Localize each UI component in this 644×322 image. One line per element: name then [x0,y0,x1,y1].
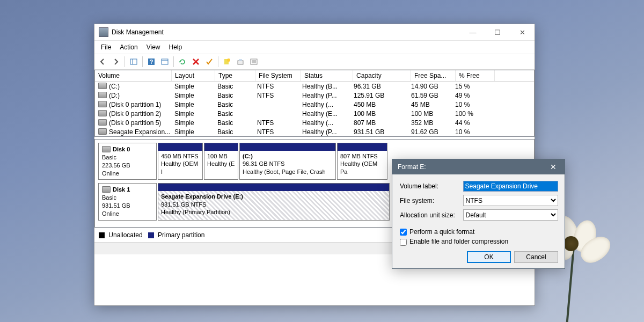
col-layout[interactable]: Layout [172,70,215,81]
drive-icon [98,110,107,116]
titlebar[interactable]: Disk Management — ☐ ✕ [94,24,535,41]
partition[interactable]: Seagate Expansion Drive (E:)931.51 GB NT… [158,183,390,220]
quick-format-label: Perform a quick format [409,228,474,236]
col-free-space[interactable]: Free Spa... [411,70,456,81]
table-row[interactable]: (Disk 0 partition 2)SimpleBasicHealthy (… [95,109,534,118]
legend-swatch-unallocated [99,232,105,238]
check-icon[interactable] [203,56,215,68]
minimize-button[interactable]: — [460,24,485,40]
svg-rect-0 [130,59,137,64]
drive-icon [98,119,107,126]
file-system-label: File system: [400,197,463,204]
menubar: File Action View Help [94,41,535,54]
legend-primary: Primary partition [158,231,204,239]
volume-list[interactable]: Volume Layout Type File System Status Ca… [94,70,535,137]
col-status[interactable]: Status [301,70,353,81]
view-icon[interactable] [159,56,171,68]
table-row[interactable]: (C:)SimpleBasicNTFSHealthy (B...96.31 GB… [95,82,534,91]
menu-view[interactable]: View [142,42,165,52]
table-row[interactable]: (Disk 0 partition 1)SimpleBasicHealthy (… [95,100,534,109]
partition[interactable]: (C:)96.31 GB NTFSHealthy (Boot, Page Fil… [239,143,336,180]
window-title: Disk Management [112,28,460,36]
table-row[interactable]: (Disk 0 partition 5)SimpleBasicNTFSHealt… [95,118,534,127]
cancel-button[interactable]: Cancel [514,251,558,263]
col-type[interactable]: Type [215,70,255,81]
compression-label: Enable file and folder compression [409,238,508,245]
col-percent-free[interactable]: % Free [456,70,495,81]
svg-rect-8 [238,61,243,64]
help-icon[interactable]: ? [145,56,157,68]
new-icon[interactable] [221,56,233,68]
drive-icon [98,83,107,89]
partition[interactable]: 807 MB NTFSHealthy (OEM Pa [337,143,387,180]
forward-button[interactable] [110,56,122,68]
compression-checkbox[interactable] [400,239,407,246]
partition[interactable]: 450 MB NTFSHealthy (OEM I [158,143,203,180]
allocation-unit-select[interactable]: Default [463,209,558,221]
quick-format-checkbox[interactable] [400,229,407,236]
show-hide-icon[interactable] [128,56,140,68]
drive-icon [98,101,107,107]
partition[interactable]: 100 MBHealthy (E [204,143,238,180]
volume-label-input[interactable] [463,181,558,192]
drive-icon [102,186,111,193]
list-icon[interactable] [248,56,260,68]
drive-icon [102,146,111,152]
col-volume[interactable]: Volume [95,70,172,81]
toolbar: ? [94,54,535,70]
disk-label[interactable]: Disk 1Basic931.51 GBOnline [98,183,157,220]
drive-icon [98,128,107,135]
maximize-button[interactable]: ☐ [485,24,510,40]
dialog-titlebar[interactable]: Format E: ✕ [392,159,565,174]
legend-unallocated: Unallocated [108,231,142,239]
legend-swatch-primary [148,232,154,238]
ok-button[interactable]: OK [467,251,511,263]
disk-label[interactable]: Disk 0Basic223.56 GBOnline [98,143,157,180]
allocation-unit-label: Allocation unit size: [400,211,463,219]
back-button[interactable] [97,56,108,68]
col-filesystem[interactable]: File System [255,70,301,81]
table-row[interactable]: Seagate Expansion...SimpleBasicNTFSHealt… [95,127,534,136]
drive-icon [98,92,107,98]
volume-label-label: Volume label: [400,182,463,190]
format-dialog: Format E: ✕ Volume label: File system: N… [392,159,565,269]
close-button[interactable]: ✕ [510,24,535,40]
col-capacity[interactable]: Capacity [353,70,411,81]
delete-icon[interactable] [190,56,202,68]
table-row[interactable]: (D:)SimpleBasicNTFSHealthy (P...125.91 G… [95,91,534,100]
menu-help[interactable]: Help [165,42,187,52]
svg-text:?: ? [150,58,153,65]
app-icon [99,27,108,37]
svg-rect-4 [162,59,168,64]
menu-file[interactable]: File [97,42,115,52]
properties-icon[interactable] [235,56,246,68]
file-system-select[interactable]: NTFS [463,195,558,206]
volume-list-header: Volume Layout Type File System Status Ca… [95,70,534,82]
dialog-close-button[interactable]: ✕ [545,163,561,171]
svg-point-7 [227,58,230,62]
dialog-title: Format E: [398,163,426,171]
refresh-icon[interactable] [177,56,188,68]
menu-action[interactable]: Action [115,42,142,52]
